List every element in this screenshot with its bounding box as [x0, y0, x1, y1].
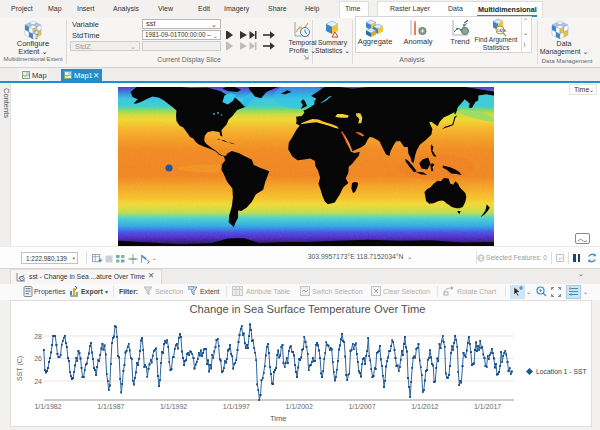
svg-text:1/1/1987: 1/1/1987	[97, 403, 124, 410]
svg-text:1/1/1997: 1/1/1997	[223, 403, 250, 410]
svg-text:1/1/2002: 1/1/2002	[286, 403, 313, 410]
svg-text:Time: Time	[270, 414, 286, 423]
svg-text:1/1/1982: 1/1/1982	[34, 403, 61, 410]
svg-text:1/1/2017: 1/1/2017	[474, 403, 501, 410]
svg-text:24: 24	[34, 378, 42, 385]
svg-text:1/1/2012: 1/1/2012	[411, 403, 438, 410]
svg-text:28: 28	[34, 333, 42, 340]
svg-text:DATA: DATA	[497, 29, 506, 33]
svg-text:SST (C): SST (C)	[16, 356, 24, 381]
svg-text:1/1/2007: 1/1/2007	[348, 403, 375, 410]
svg-text:Location 1 - SST: Location 1 - SST	[536, 368, 587, 375]
svg-text:26: 26	[34, 355, 42, 362]
svg-text:1/1/1992: 1/1/1992	[160, 403, 187, 410]
